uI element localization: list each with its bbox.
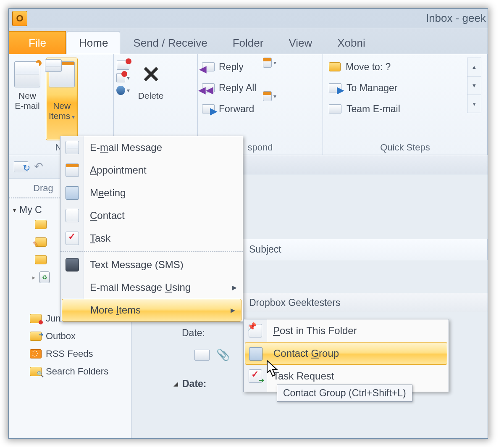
scroll-up-icon[interactable]: ▲ (467, 58, 481, 76)
delete-button[interactable]: ✕ Delete (135, 58, 167, 103)
folder-rss[interactable]: RSS Feeds (13, 345, 131, 363)
folder-search[interactable]: 🔍Search Folders (13, 363, 131, 380)
menuitem-appointment[interactable]: Appointment (60, 159, 243, 182)
chevron-down-icon: ▾ (127, 74, 130, 81)
attachment-icon: 📎 (216, 348, 230, 361)
new-items-button[interactable]: New Items▾ (46, 58, 78, 140)
tab-send-receive[interactable]: Send / Receive (121, 31, 219, 54)
task-request-icon: ➜ (249, 369, 262, 383)
envelope-icon (14, 61, 40, 87)
send-receive-icon[interactable]: ↻ (14, 161, 28, 172)
calendar-icon (66, 163, 79, 177)
new-email-button[interactable]: New E-mail (11, 58, 43, 140)
tab-view[interactable]: View (276, 31, 324, 54)
outlook-window: O Inbox - geek File Home Send / Receive … (8, 8, 488, 439)
trash-icon: ♻ (39, 271, 50, 283)
group-quick-steps-label: Quick Steps (323, 142, 487, 153)
reply-button[interactable]: ◀Reply (202, 58, 256, 76)
chevron-down-icon: ▾ (72, 113, 75, 120)
folder-icon (35, 255, 47, 264)
tab-folder[interactable]: Folder (220, 31, 276, 54)
outlook-app-icon: O (12, 11, 27, 26)
new-email-label: New E-mail (15, 91, 40, 111)
folder-outbox[interactable]: ➔Outbox (13, 327, 131, 345)
window-title: Inbox - geek (426, 12, 488, 25)
menuitem-meeting[interactable]: Meeting (60, 182, 243, 204)
phone-icon (66, 258, 79, 271)
outbox-folder-icon: ➔ (30, 332, 42, 341)
undo-icon[interactable]: ↶ (34, 160, 43, 173)
pin-note-icon: 📌 (249, 324, 262, 337)
col-subject[interactable]: Subject (243, 239, 488, 260)
menu-more-items: 📌 Post in This Folder Contact Group ➜ Ta… (243, 319, 449, 392)
task-icon (66, 232, 79, 245)
menu-new-items: E-mail Message Appointment Meeting Conta… (60, 136, 243, 322)
junk-button[interactable]: ▾ (116, 85, 130, 95)
contact-group-icon (249, 347, 262, 361)
menuitem-post-in-folder[interactable]: 📌 Post in This Folder (244, 319, 449, 342)
folder-icon (35, 220, 47, 229)
rss-icon (30, 349, 42, 358)
quick-steps-gallery-scroll[interactable]: ▲ ▼ ▾ (467, 58, 481, 140)
expand-gallery-icon[interactable]: ▾ (467, 95, 481, 113)
quickstep-move-to[interactable]: Move to: ? (329, 58, 400, 76)
cursor-icon (267, 360, 279, 378)
scroll-down-icon[interactable]: ▼ (467, 76, 481, 95)
ribbon-group-quick-steps: Move to: ? ▶To Manager Team E-mail ▲ ▼ ▾… (323, 54, 488, 155)
chevron-right-icon: ▸ (32, 274, 35, 281)
menuitem-task[interactable]: Task (60, 227, 243, 250)
envelope-icon (66, 141, 79, 154)
menu-separator (60, 251, 243, 252)
forward-button[interactable]: ▶Forward (202, 100, 256, 118)
delete-x-icon: ✕ (138, 61, 164, 87)
delete-label: Delete (138, 91, 164, 101)
reply-all-button[interactable]: ◀◀Reply All (202, 79, 256, 97)
svg-marker-0 (267, 361, 277, 376)
tooltip-contact-group-shortcut: Contact Group (Ctrl+Shift+L) (277, 385, 412, 402)
menuitem-more-items[interactable]: More Items (62, 299, 242, 322)
ignore-button[interactable] (116, 60, 130, 70)
more-respond-button[interactable]: ▾ (263, 91, 276, 101)
meeting-reply-button[interactable]: ▾ (263, 58, 276, 68)
tab-home[interactable]: Home (67, 31, 120, 54)
folder-icon: ✎ (35, 237, 47, 247)
team-mail-icon (329, 104, 341, 113)
tab-file[interactable]: File (9, 31, 66, 54)
junk-folder-icon (30, 314, 42, 323)
calendar-stack-icon (49, 61, 75, 87)
menuitem-text-message-sms[interactable]: Text Message (SMS) (60, 253, 243, 276)
chevron-down-icon: ▾ (127, 87, 130, 94)
mail-forward-icon: ▶ (329, 83, 341, 92)
menuitem-contact[interactable]: Contact (60, 204, 243, 227)
tab-xobni[interactable]: Xobni (325, 31, 378, 54)
envelope-icon (194, 350, 210, 361)
folder-move-icon (329, 62, 341, 71)
menuitem-email-message[interactable]: E-mail Message (60, 136, 243, 159)
new-items-label: New Items (49, 101, 71, 121)
chevron-down-icon: ◢ (173, 380, 178, 387)
title-bar: O Inbox - geek (9, 9, 488, 28)
people-icon (66, 186, 79, 200)
quickstep-team-email[interactable]: Team E-mail (329, 100, 400, 118)
contact-card-icon (66, 209, 79, 222)
chevron-down-icon: ▾ (13, 207, 16, 213)
ribbon-tabstrip: File Home Send / Receive Folder View Xob… (9, 28, 488, 54)
quickstep-to-manager[interactable]: ▶To Manager (329, 79, 400, 97)
cleanup-button[interactable]: ▾ (116, 73, 130, 83)
search-folder-icon: 🔍 (30, 367, 42, 376)
menuitem-email-message-using[interactable]: E-mail Message Using (60, 276, 243, 299)
